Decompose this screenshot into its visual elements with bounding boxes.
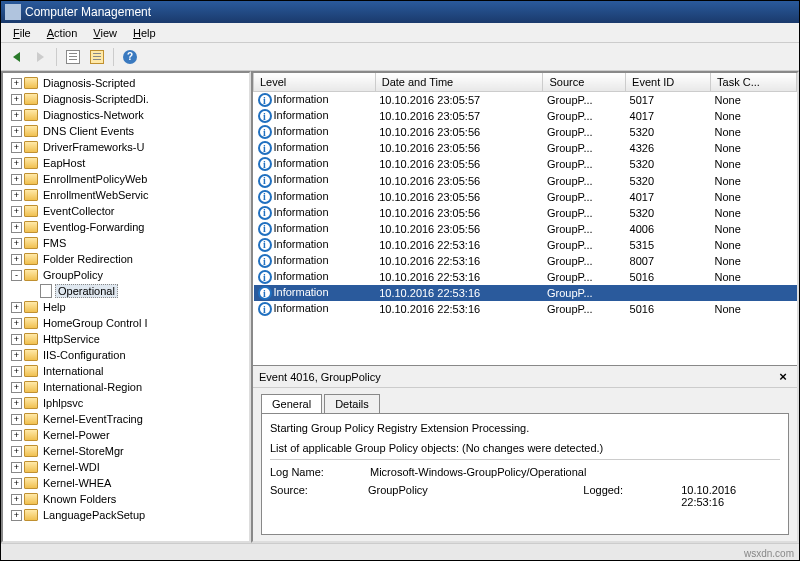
- tree-label[interactable]: Kernel-EventTracing: [41, 413, 145, 425]
- expand-icon[interactable]: +: [11, 510, 22, 521]
- tree-node[interactable]: +Known Folders: [5, 491, 247, 507]
- expand-icon[interactable]: +: [11, 462, 22, 473]
- tree-node[interactable]: +Kernel-WHEA: [5, 475, 247, 491]
- tree-node[interactable]: +Diagnosis-ScriptedDi.: [5, 91, 247, 107]
- expand-icon[interactable]: +: [11, 254, 22, 265]
- expand-icon[interactable]: +: [11, 78, 22, 89]
- expand-icon[interactable]: -: [11, 270, 22, 281]
- tree-label[interactable]: International: [41, 365, 106, 377]
- tree-label[interactable]: LanguagePackSetup: [41, 509, 147, 521]
- tree-node[interactable]: +HomeGroup Control I: [5, 315, 247, 331]
- tree-node[interactable]: +HttpService: [5, 331, 247, 347]
- table-row[interactable]: iInformation10.10.2016 23:05:56GroupP...…: [254, 140, 797, 156]
- table-row[interactable]: iInformation10.10.2016 23:05:57GroupP...…: [254, 92, 797, 109]
- tree-node[interactable]: +Iphlpsvc: [5, 395, 247, 411]
- expand-icon[interactable]: +: [11, 222, 22, 233]
- tree-node[interactable]: +Diagnostics-Network: [5, 107, 247, 123]
- tree-node[interactable]: +EnrollmentWebServic: [5, 187, 247, 203]
- tree-node[interactable]: +EventCollector: [5, 203, 247, 219]
- tree-label[interactable]: Eventlog-Forwarding: [41, 221, 147, 233]
- table-row[interactable]: iInformation10.10.2016 22:53:16GroupP...…: [254, 269, 797, 285]
- back-button[interactable]: [5, 46, 27, 68]
- tree-node[interactable]: +EapHost: [5, 155, 247, 171]
- expand-icon[interactable]: +: [11, 350, 22, 361]
- tree-node[interactable]: +IIS-Configuration: [5, 347, 247, 363]
- table-row[interactable]: iInformation10.10.2016 22:53:16GroupP...…: [254, 301, 797, 317]
- expand-icon[interactable]: +: [11, 142, 22, 153]
- tree-label[interactable]: EventCollector: [41, 205, 117, 217]
- col-source[interactable]: Source: [543, 73, 626, 92]
- tree-label[interactable]: HomeGroup Control I: [41, 317, 150, 329]
- col-date[interactable]: Date and Time: [375, 73, 543, 92]
- col-eventid[interactable]: Event ID: [626, 73, 711, 92]
- tree-label[interactable]: Diagnosis-Scripted: [41, 77, 137, 89]
- table-row[interactable]: iInformation10.10.2016 23:05:56GroupP...…: [254, 124, 797, 140]
- tree-node[interactable]: -GroupPolicy: [5, 267, 247, 283]
- expand-icon[interactable]: +: [11, 398, 22, 409]
- expand-icon[interactable]: +: [11, 206, 22, 217]
- help-button[interactable]: ?: [119, 46, 141, 68]
- menu-help[interactable]: Help: [125, 25, 164, 41]
- menu-file[interactable]: File: [5, 25, 39, 41]
- expand-icon[interactable]: +: [11, 238, 22, 249]
- expand-icon[interactable]: +: [11, 430, 22, 441]
- menu-action[interactable]: Action: [39, 25, 86, 41]
- tree-label[interactable]: EnrollmentPolicyWeb: [41, 173, 149, 185]
- tree-label[interactable]: Kernel-WDI: [41, 461, 102, 473]
- tree-label[interactable]: FMS: [41, 237, 68, 249]
- table-row[interactable]: iInformation10.10.2016 23:05:57GroupP...…: [254, 108, 797, 124]
- expand-icon[interactable]: +: [11, 302, 22, 313]
- tree-node[interactable]: +Kernel-EventTracing: [5, 411, 247, 427]
- menu-view[interactable]: View: [85, 25, 125, 41]
- tab-details[interactable]: Details: [324, 394, 380, 413]
- tree-node[interactable]: +DNS Client Events: [5, 123, 247, 139]
- close-icon[interactable]: ×: [775, 369, 791, 385]
- tree-label[interactable]: DNS Client Events: [41, 125, 136, 137]
- tree-label[interactable]: Kernel-Power: [41, 429, 112, 441]
- tree-node[interactable]: +Diagnosis-Scripted: [5, 75, 247, 91]
- tree-label[interactable]: HttpService: [41, 333, 102, 345]
- table-row[interactable]: iInformation10.10.2016 23:05:56GroupP...…: [254, 172, 797, 188]
- tree-label[interactable]: IIS-Configuration: [41, 349, 128, 361]
- tree-node[interactable]: +International-Region: [5, 379, 247, 395]
- expand-icon[interactable]: +: [11, 446, 22, 457]
- tree-label[interactable]: EnrollmentWebServic: [41, 189, 151, 201]
- table-row[interactable]: iInformation10.10.2016 23:05:56GroupP...…: [254, 205, 797, 221]
- properties-button-2[interactable]: [86, 46, 108, 68]
- table-row[interactable]: iInformation10.10.2016 22:53:16GroupP...: [254, 285, 797, 301]
- tree-node[interactable]: +EnrollmentPolicyWeb: [5, 171, 247, 187]
- tree-label[interactable]: Kernel-StoreMgr: [41, 445, 126, 457]
- tree-label[interactable]: Diagnostics-Network: [41, 109, 146, 121]
- tree-node[interactable]: +Kernel-Power: [5, 427, 247, 443]
- tree-node[interactable]: +Help: [5, 299, 247, 315]
- expand-icon[interactable]: +: [11, 174, 22, 185]
- col-task[interactable]: Task C...: [711, 73, 797, 92]
- tree-label[interactable]: International-Region: [41, 381, 144, 393]
- properties-button[interactable]: [62, 46, 84, 68]
- tree-node[interactable]: +FMS: [5, 235, 247, 251]
- expand-icon[interactable]: +: [11, 382, 22, 393]
- tree-node[interactable]: +International: [5, 363, 247, 379]
- event-list[interactable]: Level Date and Time Source Event ID Task…: [253, 73, 797, 366]
- expand-icon[interactable]: +: [11, 318, 22, 329]
- tree-label[interactable]: Folder Redirection: [41, 253, 135, 265]
- table-row[interactable]: iInformation10.10.2016 22:53:16GroupP...…: [254, 253, 797, 269]
- table-row[interactable]: iInformation10.10.2016 23:05:56GroupP...…: [254, 221, 797, 237]
- tree-label[interactable]: Help: [41, 301, 68, 313]
- tree-node[interactable]: +Kernel-StoreMgr: [5, 443, 247, 459]
- expand-icon[interactable]: +: [11, 334, 22, 345]
- tree-node[interactable]: +LanguagePackSetup: [5, 507, 247, 523]
- bottom-scrollbar[interactable]: [1, 543, 799, 560]
- expand-icon[interactable]: +: [11, 494, 22, 505]
- table-row[interactable]: iInformation10.10.2016 23:05:56GroupP...…: [254, 189, 797, 205]
- tree-node[interactable]: Operational: [5, 283, 247, 299]
- expand-icon[interactable]: +: [11, 158, 22, 169]
- tree-node[interactable]: +Eventlog-Forwarding: [5, 219, 247, 235]
- tree-label[interactable]: GroupPolicy: [41, 269, 105, 281]
- col-level[interactable]: Level: [254, 73, 376, 92]
- tree-node[interactable]: +Kernel-WDI: [5, 459, 247, 475]
- expand-icon[interactable]: +: [11, 126, 22, 137]
- expand-icon[interactable]: +: [11, 366, 22, 377]
- expand-icon[interactable]: +: [11, 478, 22, 489]
- tree-label[interactable]: Diagnosis-ScriptedDi.: [41, 93, 151, 105]
